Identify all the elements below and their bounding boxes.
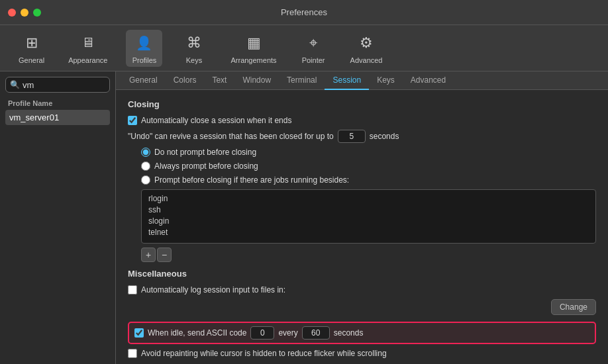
tabs-bar: General Colors Text Window Terminal Sess… (116, 71, 608, 90)
general-label: General (19, 56, 44, 64)
auto-close-label: Automatically close a session when it en… (141, 116, 291, 125)
toolbar-advanced[interactable]: ⚙ Advanced (345, 30, 388, 67)
undo-label-before: "Undo" can revive a session that has bee… (128, 132, 334, 141)
undo-label-after: seconds (370, 132, 399, 141)
advanced-icon: ⚙ (356, 32, 377, 54)
toolbar-appearance[interactable]: 🖥 Appearance (63, 30, 113, 67)
misc-section: Miscellaneous Automatically log session … (128, 269, 596, 358)
pointer-label: Pointer (302, 56, 325, 64)
window-controls (8, 9, 41, 17)
minimize-button[interactable] (21, 9, 28, 17)
idle-ascii-code-input[interactable] (250, 326, 274, 340)
content-area: General Colors Text Window Terminal Sess… (116, 71, 608, 364)
maximize-button[interactable] (33, 9, 41, 17)
toolbar-general[interactable]: ⊞ General (13, 30, 50, 67)
advanced-label: Advanced (350, 56, 383, 64)
toolbar: ⊞ General 🖥 Appearance 👤 Profiles ⌘ Keys… (0, 25, 608, 71)
auto-log-label: Automatically log session input to files… (141, 285, 285, 295)
appearance-icon: 🖥 (77, 32, 99, 54)
keys-label: Keys (186, 56, 202, 64)
search-icon: 🔍 (10, 80, 20, 89)
idle-ascii-checkbox[interactable] (134, 328, 144, 338)
arrangements-icon: ▦ (243, 32, 264, 54)
close-button[interactable] (8, 9, 16, 17)
titlebar: Preferences (0, 0, 608, 25)
tab-session[interactable]: Session (325, 71, 369, 90)
misc-section-title: Miscellaneous (128, 269, 596, 279)
tab-advanced[interactable]: Advanced (403, 71, 454, 90)
tab-colors[interactable]: Colors (166, 71, 205, 90)
profiles-label: Profiles (132, 56, 157, 64)
idle-ascii-seconds-label: seconds (334, 328, 364, 338)
window-title: Preferences (281, 7, 327, 17)
idle-ascii-every-label: every (278, 328, 297, 338)
keys-icon: ⌘ (183, 32, 205, 54)
appearance-label: Appearance (68, 56, 107, 64)
search-box[interactable]: 🔍 ✕ (5, 77, 110, 93)
sidebar-item-label: vm_server01 (9, 113, 59, 122)
main-area: 🔍 ✕ Profile Name vm_server01 General Col… (0, 71, 608, 364)
radio-prompt-jobs-row: Prompt before closing if there are jobs … (141, 175, 596, 185)
auto-log-row: Automatically log session input to files… (128, 285, 596, 295)
radio-always-prompt[interactable] (141, 161, 150, 171)
avoid-repaint-checkbox[interactable] (128, 349, 137, 358)
arrangements-label: Arrangements (230, 56, 276, 64)
avoid-repaint-label: Avoid repainting while cursor is hidden … (141, 349, 387, 358)
job-item-ssh: ssh (148, 205, 589, 214)
radio-always-prompt-row: Always prompt before closing (141, 161, 596, 171)
radio-prompt-jobs[interactable] (141, 175, 150, 185)
sidebar-item-vm-server01[interactable]: vm_server01 (5, 110, 110, 125)
toolbar-profiles[interactable]: 👤 Profiles (126, 30, 162, 67)
toolbar-pointer[interactable]: ⌖ Pointer (295, 30, 332, 67)
undo-seconds-input[interactable] (338, 130, 366, 143)
tab-keys[interactable]: Keys (369, 71, 403, 90)
list-controls: + − (141, 248, 596, 262)
undo-row: "Undo" can revive a session that has bee… (128, 130, 596, 143)
tab-window[interactable]: Window (234, 71, 279, 90)
add-job-button[interactable]: + (141, 248, 156, 262)
pointer-icon: ⌖ (303, 32, 324, 54)
session-panel: Closing Automatically close a session wh… (116, 90, 608, 364)
idle-ascii-seconds-input[interactable] (302, 326, 330, 340)
closing-section-title: Closing (128, 99, 596, 109)
jobs-list: rlogin ssh slogin telnet (141, 189, 596, 244)
avoid-repaint-row: Avoid repainting while cursor is hidden … (128, 349, 596, 358)
radio-always-prompt-label: Always prompt before closing (154, 161, 258, 171)
idle-ascii-label-before: When idle, send ASCII code (148, 328, 246, 338)
remove-job-button[interactable]: − (157, 248, 172, 262)
auto-log-checkbox[interactable] (128, 285, 137, 295)
tab-text[interactable]: Text (204, 71, 234, 90)
job-item-rlogin: rlogin (148, 194, 589, 203)
toolbar-arrangements[interactable]: ▦ Arrangements (225, 30, 281, 67)
toolbar-keys[interactable]: ⌘ Keys (176, 30, 212, 67)
sidebar: 🔍 ✕ Profile Name vm_server01 (0, 71, 116, 364)
profiles-icon: 👤 (134, 32, 155, 54)
radio-no-prompt-row: Do not prompt before closing (141, 148, 596, 157)
job-item-telnet: telnet (148, 228, 589, 237)
job-item-slogin: slogin (148, 216, 589, 226)
auto-close-checkbox[interactable] (128, 116, 137, 125)
idle-ascii-row: When idle, send ASCII code every seconds (128, 322, 596, 344)
radio-no-prompt-label: Do not prompt before closing (154, 148, 256, 157)
tab-terminal[interactable]: Terminal (279, 71, 325, 90)
general-icon: ⊞ (21, 32, 42, 54)
auto-close-row: Automatically close a session when it en… (128, 116, 596, 125)
sidebar-column-header: Profile Name (5, 98, 110, 110)
radio-prompt-jobs-label: Prompt before closing if there are jobs … (154, 175, 349, 185)
tab-general[interactable]: General (121, 71, 166, 90)
radio-no-prompt[interactable] (141, 148, 150, 157)
change-button[interactable]: Change (551, 299, 596, 315)
